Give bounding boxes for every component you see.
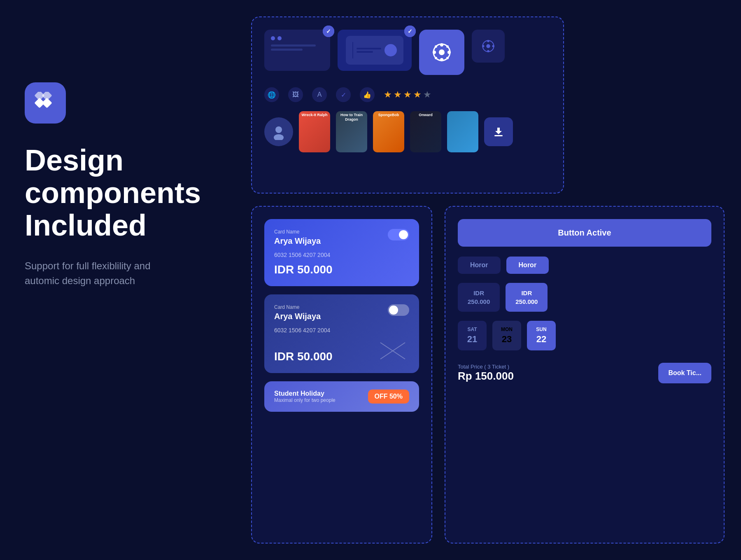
- svg-point-9: [447, 51, 451, 54]
- movies-row: Wreck-It Ralph How to Train Dragon Spong…: [264, 111, 551, 152]
- star-4: ★: [413, 89, 422, 100]
- day-name-mon: MON: [501, 327, 513, 332]
- promo-badge: OFF 50%: [368, 390, 409, 404]
- ticket-card[interactable]: ✓: [338, 30, 412, 71]
- toggle-knob-1: [399, 230, 408, 239]
- price-label-inactive: IDR: [468, 289, 490, 297]
- svg-point-8: [433, 51, 436, 54]
- cards-row: ✓ ✓: [264, 30, 551, 75]
- svg-point-10: [435, 45, 437, 48]
- date-chip-sun[interactable]: SUN 22: [527, 321, 556, 350]
- card-number-2: 6032 1506 4207 2004: [274, 327, 409, 334]
- toggle-knob-2: [389, 306, 398, 315]
- svg-point-18: [482, 45, 484, 47]
- check-icon[interactable]: ✓: [336, 87, 351, 102]
- icons-row: 🌐 🖼 A ✓ 👍 ★ ★ ★ ★ ★: [264, 87, 551, 102]
- diamonds-icon: [34, 92, 56, 114]
- button-active[interactable]: Button Active: [458, 219, 711, 247]
- check-badge: ✓: [404, 26, 416, 37]
- left-panel: Design components Included Support for f…: [25, 82, 222, 288]
- promo-subtitle: Maximal only for two people: [274, 397, 336, 403]
- svg-point-13: [435, 57, 437, 59]
- card-line: [271, 44, 316, 47]
- total-section: Total Price ( 3 Ticket ) Rp 150.000: [458, 364, 514, 383]
- movie-title-2: How to Train Dragon: [336, 111, 367, 124]
- toggle-switch-1[interactable]: [388, 229, 409, 240]
- star-1: ★: [384, 89, 392, 100]
- price-chip-inactive[interactable]: IDR 250.000: [458, 283, 500, 312]
- book-ticket-button[interactable]: Book Tic...: [658, 363, 711, 383]
- top-showcase-box: ✓ ✓: [251, 16, 564, 194]
- translate-icon[interactable]: A: [312, 87, 327, 102]
- total-price: Rp 150.000: [458, 370, 514, 383]
- star-3: ★: [403, 89, 412, 100]
- price-value-active: 250.000: [515, 297, 538, 306]
- date-chip-sat[interactable]: SAT 21: [458, 321, 487, 350]
- svg-point-20: [275, 126, 282, 133]
- download-button[interactable]: [484, 117, 513, 146]
- day-name-sat: SAT: [466, 327, 478, 332]
- movie-title-1: Wreck-It Ralph: [299, 111, 330, 119]
- day-num-sun: 22: [535, 334, 548, 345]
- svg-point-5: [439, 49, 445, 55]
- svg-point-17: [487, 50, 489, 52]
- movie-title-3: SpongeBob: [373, 111, 404, 119]
- card-dots: [271, 36, 324, 40]
- genre-chip-inactive[interactable]: Horor: [458, 257, 501, 274]
- thumbsup-icon[interactable]: 👍: [360, 87, 375, 102]
- image-icon[interactable]: 🖼: [288, 87, 303, 102]
- movie-poster-3[interactable]: SpongeBob: [373, 111, 404, 152]
- card-number-1: 6032 1506 4207 2004: [274, 252, 409, 258]
- ticket-lines: [357, 48, 381, 53]
- app-icon: [25, 82, 66, 124]
- star-2: ★: [394, 89, 402, 100]
- globe-icon[interactable]: 🌐: [264, 87, 279, 102]
- movie-poster-4[interactable]: Onward: [410, 111, 441, 152]
- total-label: Total Price ( 3 Ticket ): [458, 364, 514, 370]
- bottom-right-showcase: Button Active Horor Horor IDR 250.000 ID…: [445, 206, 725, 544]
- payment-card-1[interactable]: Card Name Arya Wijaya 6032 1506 4207 200…: [264, 219, 419, 286]
- card-dot: [277, 36, 282, 40]
- avatar-icon: [270, 124, 287, 140]
- ticket-line: [357, 51, 373, 53]
- price-chip-active[interactable]: IDR 250.000: [506, 283, 548, 312]
- date-row: SAT 21 MON 23 SUN 22: [458, 321, 711, 350]
- card-decoration-icon: [376, 338, 409, 363]
- card-amount-2: IDR 50.000: [274, 350, 333, 363]
- day-name-sun: SUN: [535, 327, 548, 332]
- ticket-divider: [352, 42, 353, 58]
- right-panel: ✓ ✓: [251, 16, 729, 552]
- film-icon-large[interactable]: [419, 30, 464, 75]
- stars-rating: ★ ★ ★ ★ ★: [384, 89, 431, 100]
- movie-poster-5[interactable]: [447, 111, 478, 152]
- date-chip-mon[interactable]: MON 23: [492, 321, 521, 350]
- movie-poster-1[interactable]: Wreck-It Ralph: [299, 111, 330, 152]
- svg-point-11: [446, 57, 449, 59]
- ui-card-1[interactable]: ✓: [264, 30, 330, 71]
- ticket-content: [352, 42, 397, 58]
- card-dot: [271, 36, 275, 40]
- star-5-half: ★: [423, 89, 431, 100]
- toggle-switch-2[interactable]: [388, 304, 409, 316]
- svg-point-19: [492, 45, 494, 47]
- movie-title-4: Onward: [410, 111, 441, 119]
- bottom-left-showcase: Card Name Arya Wijaya 6032 1506 4207 200…: [251, 206, 432, 544]
- ticket-inner: [346, 36, 403, 65]
- film-icon-small[interactable]: [472, 30, 505, 63]
- page-headline: Design components Included: [25, 144, 222, 242]
- day-num-mon: 23: [501, 334, 513, 345]
- card-line: [271, 49, 303, 51]
- payment-card-2[interactable]: Card Name Arya Wijaya 6032 1506 4207 200…: [264, 294, 419, 373]
- svg-point-6: [440, 43, 443, 47]
- movie-poster-2[interactable]: How to Train Dragon: [336, 111, 367, 152]
- genre-chip-active[interactable]: Horor: [506, 257, 549, 274]
- svg-rect-3: [42, 92, 52, 101]
- card-amount-1: IDR 50.000: [274, 263, 409, 276]
- ticket-line: [357, 48, 381, 49]
- card-bottom-2: IDR 50.000: [274, 338, 409, 363]
- svg-point-15: [486, 44, 490, 48]
- download-icon: [493, 126, 504, 138]
- promo-card[interactable]: Student Holiday Maximal only for two peo…: [264, 381, 419, 412]
- check-badge: ✓: [323, 26, 334, 37]
- promo-title: Student Holiday: [274, 390, 336, 397]
